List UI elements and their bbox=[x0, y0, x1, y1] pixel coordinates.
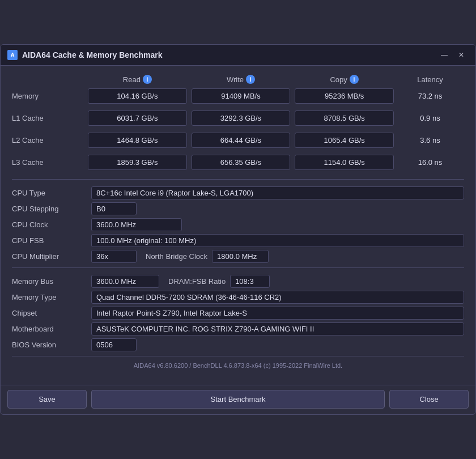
cpu-type-value: 8C+16c Intel Core i9 (Raptor Lake-S, LGA… bbox=[91, 186, 464, 199]
north-bridge-label: North Bridge Clock bbox=[146, 252, 207, 261]
header-copy: Copy i bbox=[292, 75, 396, 84]
motherboard-value: ASUSTeK COMPUTER INC. ROG STRIX Z790-A G… bbox=[91, 322, 464, 335]
bios-value: 0506 bbox=[91, 338, 137, 351]
l3cache-latency: 16.0 ns bbox=[396, 158, 464, 167]
memory-type-label: Memory Type bbox=[12, 293, 91, 301]
window-title: AIDA64 Cache & Memory Benchmark bbox=[22, 50, 162, 60]
cpu-multiplier-row: CPU Multiplier 36x North Bridge Clock 18… bbox=[12, 250, 464, 263]
divider-2 bbox=[12, 267, 464, 268]
app-icon: A bbox=[7, 50, 18, 60]
cpu-type-label: CPU Type bbox=[12, 189, 91, 197]
l1cache-copy: 8708.5 GB/s bbox=[295, 110, 394, 126]
l1cache-write: 3292.3 GB/s bbox=[192, 110, 291, 126]
footer-text: AIDA64 v6.80.6200 / BenchDLL 4.6.873.8-x… bbox=[12, 356, 464, 376]
divider-1 bbox=[12, 179, 464, 180]
header-empty bbox=[12, 75, 86, 84]
cpu-stepping-value: B0 bbox=[91, 202, 137, 215]
copy-info-icon[interactable]: i bbox=[350, 75, 359, 84]
dram-fsb-label: DRAM:FSB Ratio bbox=[168, 277, 226, 286]
cpu-fsb-label: CPU FSB bbox=[12, 236, 91, 245]
l3cache-write: 656.35 GB/s bbox=[192, 155, 291, 170]
l2cache-write: 664.44 GB/s bbox=[192, 133, 291, 148]
cpu-multiplier-value: 36x bbox=[91, 250, 137, 263]
memory-bus-value: 3600.0 MHz bbox=[91, 275, 159, 288]
title-bar: A AIDA64 Cache & Memory Benchmark — ✕ bbox=[1, 45, 475, 66]
l2cache-copy: 1065.4 GB/s bbox=[295, 133, 394, 148]
cpu-clock-value: 3600.0 MHz bbox=[91, 218, 182, 231]
header-latency: Latency bbox=[396, 75, 464, 84]
close-window-button[interactable]: ✕ bbox=[454, 49, 469, 61]
save-button[interactable]: Save bbox=[7, 390, 87, 409]
title-bar-left: A AIDA64 Cache & Memory Benchmark bbox=[7, 50, 162, 60]
l1cache-label: L1 Cache bbox=[12, 114, 86, 122]
close-button[interactable]: Close bbox=[389, 390, 469, 409]
memory-write: 91409 MB/s bbox=[192, 88, 291, 104]
cpu-stepping-label: CPU Stepping bbox=[12, 205, 91, 213]
l3cache-read: 1859.3 GB/s bbox=[88, 155, 187, 170]
table-row: L1 Cache 6031.7 GB/s 3292.3 GB/s 8708.5 … bbox=[12, 110, 464, 126]
bios-row: BIOS Version 0506 bbox=[12, 338, 464, 351]
l2cache-label: L2 Cache bbox=[12, 136, 86, 144]
motherboard-label: Motherboard bbox=[12, 325, 91, 333]
l2cache-latency: 3.6 ns bbox=[396, 136, 464, 144]
cpu-clock-label: CPU Clock bbox=[12, 220, 91, 229]
bottom-bar: Save Start Benchmark Close bbox=[1, 385, 475, 414]
header-read: Read i bbox=[86, 75, 189, 84]
chipset-row: Chipset Intel Raptor Point-S Z790, Intel… bbox=[12, 307, 464, 320]
l3cache-copy: 1154.0 GB/s bbox=[295, 155, 394, 170]
table-row: Memory 104.16 GB/s 91409 MB/s 95236 MB/s… bbox=[12, 88, 464, 104]
l1cache-latency: 0.9 ns bbox=[396, 114, 464, 122]
memory-bus-label: Memory Bus bbox=[12, 277, 91, 286]
l1cache-read: 6031.7 GB/s bbox=[88, 110, 187, 126]
memory-bus-row: Memory Bus 3600.0 MHz DRAM:FSB Ratio 108… bbox=[12, 275, 464, 288]
cpu-fsb-row: CPU FSB 100.0 MHz (original: 100 MHz) bbox=[12, 234, 464, 247]
dram-fsb-value: 108:3 bbox=[230, 275, 270, 288]
memory-latency: 73.2 ns bbox=[396, 92, 464, 100]
north-bridge-value: 1800.0 MHz bbox=[212, 250, 269, 263]
benchmark-table: Read i Write i Copy i Latency Memory 10 bbox=[12, 75, 464, 170]
cpu-fsb-value: 100.0 MHz (original: 100 MHz) bbox=[91, 234, 464, 247]
l3cache-label: L3 Cache bbox=[12, 158, 86, 167]
bios-label: BIOS Version bbox=[12, 341, 91, 349]
cpu-stepping-row: CPU Stepping B0 bbox=[12, 202, 464, 215]
minimize-button[interactable]: — bbox=[437, 49, 452, 61]
cpu-clock-row: CPU Clock 3600.0 MHz bbox=[12, 218, 464, 231]
memory-type-value: Quad Channel DDR5-7200 SDRAM (36-46-46-1… bbox=[91, 291, 464, 304]
memory-read: 104.16 GB/s bbox=[88, 88, 187, 104]
write-info-icon[interactable]: i bbox=[246, 75, 255, 84]
main-window: A AIDA64 Cache & Memory Benchmark — ✕ Re… bbox=[0, 44, 476, 415]
table-row: L3 Cache 1859.3 GB/s 656.35 GB/s 1154.0 … bbox=[12, 155, 464, 170]
l2cache-read: 1464.8 GB/s bbox=[88, 133, 187, 148]
memory-type-row: Memory Type Quad Channel DDR5-7200 SDRAM… bbox=[12, 291, 464, 304]
title-controls: — ✕ bbox=[437, 49, 469, 61]
chipset-label: Chipset bbox=[12, 309, 91, 317]
memory-label: Memory bbox=[12, 92, 86, 100]
read-info-icon[interactable]: i bbox=[143, 75, 152, 84]
memory-info-section: Memory Bus 3600.0 MHz DRAM:FSB Ratio 108… bbox=[12, 275, 464, 351]
cpu-type-row: CPU Type 8C+16c Intel Core i9 (Raptor La… bbox=[12, 186, 464, 199]
cpu-multiplier-label: CPU Multiplier bbox=[12, 252, 91, 261]
chipset-value: Intel Raptor Point-S Z790, Intel Raptor … bbox=[91, 307, 464, 320]
memory-copy: 95236 MB/s bbox=[295, 88, 394, 104]
motherboard-row: Motherboard ASUSTeK COMPUTER INC. ROG ST… bbox=[12, 322, 464, 335]
table-row: L2 Cache 1464.8 GB/s 664.44 GB/s 1065.4 … bbox=[12, 133, 464, 148]
cpu-info-section: CPU Type 8C+16c Intel Core i9 (Raptor La… bbox=[12, 186, 464, 263]
content-area: Read i Write i Copy i Latency Memory 10 bbox=[1, 66, 475, 385]
table-header: Read i Write i Copy i Latency bbox=[12, 75, 464, 84]
header-write: Write i bbox=[189, 75, 293, 84]
start-benchmark-button[interactable]: Start Benchmark bbox=[91, 390, 385, 409]
